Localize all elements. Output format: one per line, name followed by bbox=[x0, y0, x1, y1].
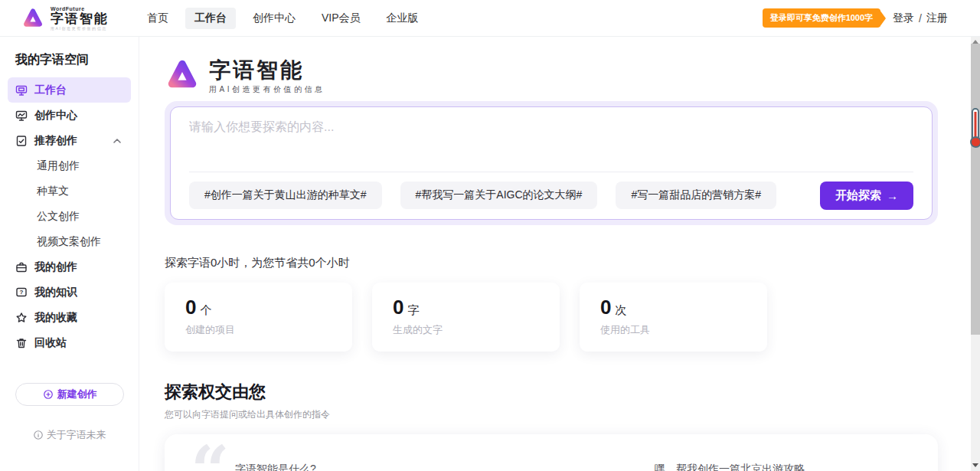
sidebar-subitem-video-copy[interactable]: 视频文案创作 bbox=[0, 229, 139, 254]
stat-unit: 个 bbox=[200, 303, 211, 318]
sidebar-subitem-seeding[interactable]: 种草文 bbox=[0, 178, 139, 204]
hero-text: 字语智能 用AI创造更有价值的信息 bbox=[209, 57, 325, 95]
nav-item-workbench[interactable]: 工作台 bbox=[185, 8, 236, 29]
scroll-down-arrow-icon[interactable] bbox=[971, 460, 980, 469]
example-card: “ 字语智能是什么? 嘿，帮我创作一篇北京出游攻略 bbox=[165, 434, 938, 471]
hero-triangle-icon bbox=[165, 57, 200, 93]
register-link[interactable]: 注册 bbox=[926, 11, 948, 25]
example-question[interactable]: 字语智能是什么? bbox=[235, 463, 316, 471]
brand-triangle-icon bbox=[21, 7, 44, 30]
recommend-icon bbox=[15, 135, 28, 147]
sidebar-title: 我的字语空间 bbox=[0, 52, 139, 68]
nav-item-home[interactable]: 首页 bbox=[138, 8, 178, 29]
sidebar-subitem-official[interactable]: 公文创作 bbox=[0, 204, 139, 229]
arrow-right-icon: → bbox=[887, 189, 898, 202]
stat-label: 生成的文字 bbox=[393, 323, 539, 337]
stat-card-tools: 0 次 使用的工具 bbox=[580, 283, 767, 352]
nav-menu: 首页 工作台 创作中心 VIP会员 企业版 bbox=[138, 8, 428, 29]
nav-item-vip[interactable]: VIP会员 bbox=[312, 8, 370, 29]
sidebar-item-workbench[interactable]: 工作台 bbox=[8, 77, 131, 103]
stat-unit: 次 bbox=[615, 303, 626, 318]
sidebar-item-label: 我的收藏 bbox=[34, 311, 77, 325]
start-explore-button[interactable]: 开始探索 → bbox=[820, 182, 913, 210]
sidebar-item-my-knowledge[interactable]: ? 我的知识 bbox=[8, 280, 131, 305]
sidebar-item-recycle-bin[interactable]: 回收站 bbox=[8, 330, 131, 355]
stats-row: 0 个 创建的项目 0 字 生成的文字 0 次 bbox=[165, 283, 938, 352]
stat-card-projects: 0 个 创建的项目 bbox=[165, 283, 352, 352]
sidebar-item-favorites[interactable]: 我的收藏 bbox=[8, 305, 131, 330]
new-creation-label: 新建创作 bbox=[57, 388, 97, 401]
workbench-icon bbox=[15, 84, 28, 96]
chevron-up-icon[interactable] bbox=[111, 135, 123, 147]
sidebar-item-recommend[interactable]: 推荐创作 bbox=[8, 128, 131, 153]
suggestion-tag-aigc[interactable]: #帮我写一篇关于AIGC的论文大纲# bbox=[400, 182, 598, 209]
brand-mark: WordFuture bbox=[51, 6, 109, 11]
hero-header: 字语智能 用AI创造更有价值的信息 bbox=[165, 57, 938, 95]
sidebar-subitem-general[interactable]: 通用创作 bbox=[0, 153, 139, 178]
explore-section-subtitle: 您可以向字语提问或给出具体创作的指令 bbox=[165, 408, 938, 421]
top-navbar: WordFuture 字语智能 用AI创造更有价值的信息 首页 工作台 创作中心… bbox=[0, 0, 980, 37]
stat-unit: 字 bbox=[407, 303, 419, 318]
nav-item-enterprise[interactable]: 企业版 bbox=[377, 8, 428, 29]
knowledge-icon: ? bbox=[15, 286, 28, 299]
nav-item-creation-center[interactable]: 创作中心 bbox=[243, 8, 305, 29]
example-prompt[interactable]: 嘿，帮我创作一篇北京出游攻略 bbox=[655, 463, 805, 471]
auth-separator: / bbox=[919, 12, 922, 25]
stat-label: 创建的项目 bbox=[185, 323, 332, 337]
sidebar-item-creation-center[interactable]: 创作中心 bbox=[8, 103, 131, 128]
explore-section-title: 探索权交由您 bbox=[165, 381, 938, 404]
app-window: WordFuture 字语智能 用AI创造更有价值的信息 首页 工作台 创作中心… bbox=[0, 0, 980, 471]
scrollbar-thumb[interactable] bbox=[971, 44, 980, 335]
brand-tagline: 用AI创造更有价值的信息 bbox=[51, 27, 109, 31]
sidebar-item-label: 我的知识 bbox=[34, 286, 77, 299]
login-link[interactable]: 登录 bbox=[893, 11, 914, 25]
brand-text: WordFuture 字语智能 用AI创造更有价值的信息 bbox=[51, 6, 109, 31]
info-icon bbox=[33, 430, 44, 440]
vertical-scrollbar[interactable] bbox=[971, 37, 980, 471]
search-panel: #创作一篇关于黄山出游的种草文# #帮我写一篇关于AIGC的论文大纲# #写一篇… bbox=[165, 101, 938, 225]
start-explore-label: 开始探索 bbox=[835, 188, 881, 203]
sidebar-item-label: 推荐创作 bbox=[34, 134, 77, 148]
page-body: 我的字语空间 工作台 创作中心 推荐创作 bbox=[0, 37, 980, 471]
suggestion-tag-huangshan[interactable]: #创作一篇关于黄山出游的种草文# bbox=[189, 182, 382, 209]
stat-card-words: 0 字 生成的文字 bbox=[372, 283, 560, 352]
sidebar-item-label: 我的创作 bbox=[34, 260, 77, 274]
stat-value: 0 bbox=[600, 296, 611, 319]
stat-value: 0 bbox=[185, 296, 196, 319]
star-icon bbox=[15, 312, 28, 324]
quote-icon: “ bbox=[191, 440, 225, 471]
main-content: 字语智能 用AI创造更有价值的信息 #创作一篇关于黄山出游的种草文# #帮我写一… bbox=[139, 37, 980, 471]
new-creation-button[interactable]: 新建创作 bbox=[15, 383, 124, 406]
brand-name: 字语智能 bbox=[51, 12, 109, 25]
sidebar-item-label: 回收站 bbox=[34, 336, 67, 350]
sidebar-item-label: 工作台 bbox=[34, 83, 67, 97]
briefcase-icon bbox=[15, 261, 28, 273]
search-input[interactable] bbox=[189, 119, 913, 167]
hero-title: 字语智能 bbox=[209, 57, 325, 83]
search-divider bbox=[189, 172, 913, 172]
trash-icon bbox=[15, 337, 28, 349]
promo-badge[interactable]: 登录即可享免费创作1000字 bbox=[763, 8, 880, 28]
hero-tagline: 用AI创造更有价值的信息 bbox=[209, 84, 325, 95]
stats-summary: 探索字语0小时，为您节省共0个小时 bbox=[165, 256, 938, 270]
brand-logo: WordFuture 字语智能 用AI创造更有价值的信息 bbox=[21, 6, 109, 31]
thermometer-icon[interactable] bbox=[969, 108, 980, 148]
auth-links: 登录 / 注册 bbox=[893, 11, 948, 25]
sidebar-item-label: 创作中心 bbox=[34, 109, 77, 123]
sidebar: 我的字语空间 工作台 创作中心 推荐创作 bbox=[0, 37, 139, 471]
about-link[interactable]: 关于字语未来 bbox=[0, 428, 139, 442]
nav-right: 登录即可享免费创作1000字 登录 / 注册 bbox=[763, 8, 948, 28]
svg-text:?: ? bbox=[20, 289, 24, 296]
suggestion-tag-dessert[interactable]: #写一篇甜品店的营销方案# bbox=[616, 182, 776, 209]
creation-center-icon bbox=[15, 110, 28, 122]
stat-label: 使用的工具 bbox=[600, 323, 746, 337]
sidebar-item-my-creation[interactable]: 我的创作 bbox=[8, 254, 131, 280]
stat-value: 0 bbox=[393, 296, 403, 319]
search-card: #创作一篇关于黄山出游的种草文# #帮我写一篇关于AIGC的论文大纲# #写一篇… bbox=[170, 106, 933, 220]
about-label: 关于字语未来 bbox=[47, 428, 106, 442]
plus-circle-icon bbox=[43, 389, 54, 400]
suggestion-tags-row: #创作一篇关于黄山出游的种草文# #帮我写一篇关于AIGC的论文大纲# #写一篇… bbox=[189, 182, 913, 210]
